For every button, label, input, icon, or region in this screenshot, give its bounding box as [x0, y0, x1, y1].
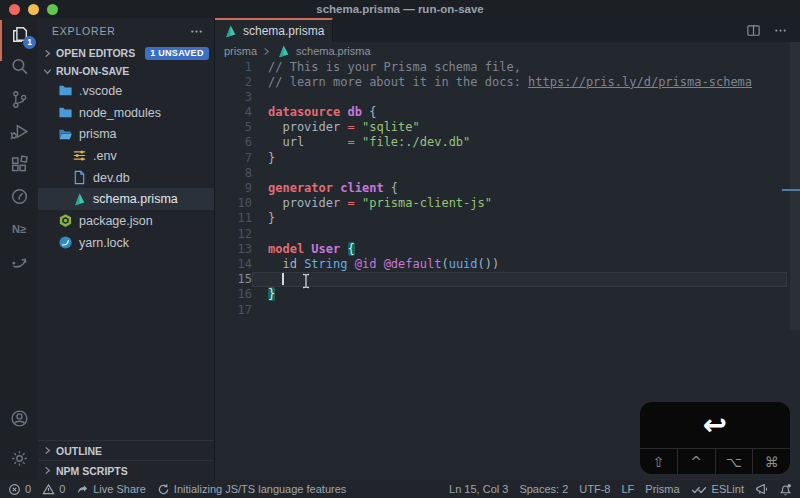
folder-icon — [58, 105, 73, 120]
maximize-window-button[interactable] — [47, 4, 58, 15]
tab-schema-prisma[interactable]: schema.prisma — [215, 18, 333, 42]
code-line-11[interactable]: 11} — [215, 211, 800, 226]
editor-scrollbar[interactable] — [790, 42, 800, 330]
code-line-13[interactable]: 13model User { — [215, 242, 800, 257]
status-indentation[interactable]: Spaces: 2 — [519, 483, 568, 495]
code-text: datasource db { — [268, 105, 376, 120]
activity-item-timer[interactable] — [0, 181, 38, 214]
activity-item-nx-console[interactable]: N≥ — [0, 213, 38, 246]
file-row-package.json[interactable]: package.json — [38, 210, 214, 232]
line-number: 12 — [215, 227, 252, 242]
open-editors-section[interactable]: OPEN EDITORS 1 UNSAVED — [38, 44, 214, 62]
line-number: 14 — [215, 257, 252, 272]
modifier-key-control: ^ — [677, 449, 715, 474]
status-feedback[interactable] — [755, 483, 768, 496]
code-text: url = "file:./dev.db" — [268, 135, 470, 150]
breadcrumb: prisma schema.prisma — [215, 42, 800, 60]
line-number: 15 — [215, 272, 252, 287]
npm-scripts-label: NPM SCRIPTS — [56, 465, 128, 477]
modifier-key-shift: ⇧ — [640, 449, 677, 474]
code-line-2[interactable]: 2// learn more about it in the docs: htt… — [215, 75, 800, 90]
source-control-icon — [9, 89, 30, 110]
activity-item-account[interactable] — [0, 398, 38, 438]
status-label: Spaces: 2 — [519, 483, 568, 495]
code-line-5[interactable]: 5 provider = "sqlite" — [215, 120, 800, 135]
code-line-15[interactable]: 15 — [215, 272, 800, 287]
minimize-window-button[interactable] — [28, 4, 39, 15]
status-encoding[interactable]: UTF-8 — [579, 483, 610, 495]
yarn-icon — [58, 235, 73, 250]
open-editors-label: OPEN EDITORS — [56, 47, 135, 59]
activity-item-redo-tool[interactable] — [0, 246, 38, 279]
file-row-.env[interactable]: .env — [38, 145, 214, 167]
activity-item-explorer[interactable]: 1 — [0, 18, 38, 51]
line-number: 6 — [215, 135, 252, 150]
code-line-10[interactable]: 10 provider = "prisma-client-js" — [215, 196, 800, 211]
code-line-3[interactable]: 3 — [215, 90, 800, 105]
activity-item-run-debug[interactable] — [0, 116, 38, 149]
editor-more-actions-icon[interactable] — [773, 23, 788, 38]
line-number: 13 — [215, 242, 252, 257]
code-line-16[interactable]: 16} — [215, 287, 800, 302]
status-errors[interactable]: 0 — [8, 483, 31, 496]
explorer-more-actions-icon[interactable] — [189, 24, 204, 39]
split-editor-icon[interactable] — [746, 23, 761, 38]
prisma-icon — [276, 44, 291, 59]
status-live-share[interactable]: Live Share — [76, 483, 146, 496]
activity-item-source-control[interactable] — [0, 83, 38, 116]
file-row-prisma[interactable]: prisma — [38, 123, 214, 145]
modifier-key-command: ⌘ — [752, 449, 790, 474]
code-line-8[interactable]: 8 — [215, 166, 800, 181]
breadcrumb-file[interactable]: schema.prisma — [296, 45, 371, 57]
activity-item-search[interactable] — [0, 51, 38, 84]
activity-item-extensions[interactable] — [0, 148, 38, 181]
code-text: } — [268, 151, 275, 166]
line-number: 10 — [215, 196, 252, 211]
status-eol[interactable]: LF — [622, 483, 635, 495]
activity-item-settings[interactable] — [0, 438, 38, 478]
explorer-sidebar: EXPLORER OPEN EDITORS 1 UNSAVED RUN-ON-S… — [38, 18, 215, 480]
tab-bar: schema.prisma — [215, 18, 800, 42]
prisma-icon — [72, 192, 87, 207]
close-window-button[interactable] — [9, 4, 20, 15]
status-language-mode[interactable]: Prisma — [645, 483, 679, 495]
breadcrumb-folder[interactable]: prisma — [224, 45, 257, 57]
workspace-root-section[interactable]: RUN-ON-SAVE — [38, 62, 214, 80]
file-label: prisma — [79, 127, 117, 141]
code-text: model User { — [268, 242, 355, 257]
bell-icon — [779, 483, 792, 496]
file-row-yarn.lock[interactable]: yarn.lock — [38, 232, 214, 254]
status-eslint[interactable]: ESLint — [691, 483, 744, 495]
title-bar: schema.prisma — run-on-save — [0, 0, 800, 18]
tab-label: schema.prisma — [243, 24, 324, 38]
code-line-1[interactable]: 1// This is your Prisma schema file, — [215, 60, 800, 75]
code-line-12[interactable]: 12 — [215, 227, 800, 242]
file-label: .vscode — [79, 84, 122, 98]
status-init-status[interactable]: Initializing JS/TS language features — [157, 483, 346, 496]
file-row-.vscode[interactable]: .vscode — [38, 80, 214, 102]
file-row-schema.prisma[interactable]: schema.prisma — [38, 188, 214, 210]
code-line-4[interactable]: 4datasource db { — [215, 105, 800, 120]
status-label: Ln 15, Col 3 — [449, 483, 508, 495]
status-warnings[interactable]: 0 — [42, 483, 65, 496]
code-line-14[interactable]: 14 id String @id @default(uuid()) — [215, 257, 800, 272]
code-line-9[interactable]: 9generator client { — [215, 181, 800, 196]
node-icon — [58, 213, 73, 228]
code-text: // This is your Prisma schema file, — [268, 60, 521, 75]
code-line-17[interactable]: 17 — [215, 303, 800, 318]
status-cursor-position[interactable]: Ln 15, Col 3 — [449, 483, 508, 495]
status-label: Live Share — [93, 483, 146, 495]
outline-section[interactable]: OUTLINE — [38, 440, 214, 460]
file-row-node_modules[interactable]: node_modules — [38, 102, 214, 124]
line-number: 5 — [215, 120, 252, 135]
prisma-icon — [223, 24, 238, 39]
code-line-7[interactable]: 7} — [215, 151, 800, 166]
gear-icon — [9, 448, 30, 469]
search-icon — [9, 56, 30, 77]
code-line-6[interactable]: 6 url = "file:./dev.db" — [215, 135, 800, 150]
file-row-dev.db[interactable]: dev.db — [38, 167, 214, 189]
status-notifications[interactable] — [779, 483, 792, 496]
line-number: 1 — [215, 60, 252, 75]
code-text: } — [268, 287, 275, 302]
npm-scripts-section[interactable]: NPM SCRIPTS — [38, 460, 214, 480]
